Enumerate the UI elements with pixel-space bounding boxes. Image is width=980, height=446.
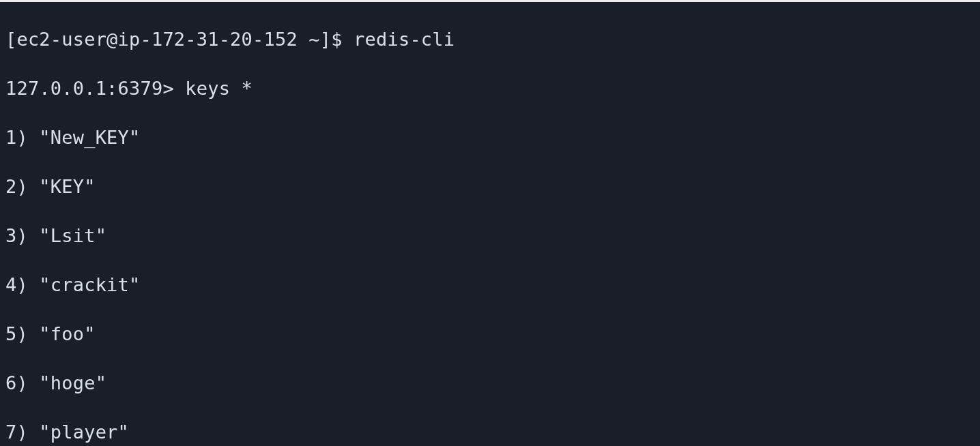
redis-output-key-5: 5) "foo" xyxy=(5,322,975,346)
redis-output-key-7: 7) "player" xyxy=(5,420,975,445)
window-titlebar-sliver xyxy=(0,0,980,2)
redis-output-key-3: 3) "Lsit" xyxy=(5,224,975,248)
redis-output-key-1: 1) "New_KEY" xyxy=(5,125,975,150)
shell-prompt-line: [ec2-user@ip-172-31-20-152 ~]$ redis-cli xyxy=(5,27,975,52)
redis-command-keys: 127.0.0.1:6379> keys * xyxy=(5,76,975,101)
redis-output-key-2: 2) "KEY" xyxy=(5,175,975,199)
terminal[interactable]: [ec2-user@ip-172-31-20-152 ~]$ redis-cli… xyxy=(0,0,980,446)
redis-output-key-6: 6) "hoge" xyxy=(5,371,975,396)
redis-output-key-4: 4) "crackit" xyxy=(5,273,975,297)
